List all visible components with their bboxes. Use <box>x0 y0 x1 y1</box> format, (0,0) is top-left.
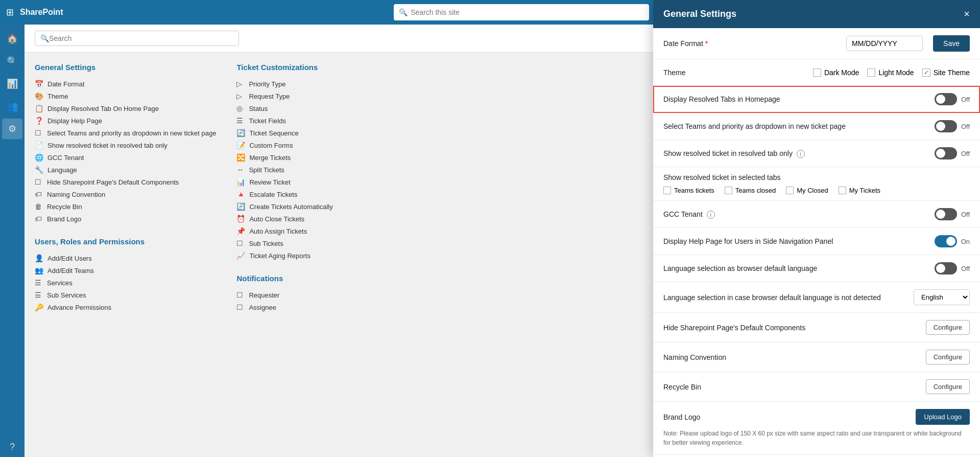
settings-item-naming[interactable]: 🏷 Naming Convention <box>35 188 216 200</box>
display-resolved-toggle-wrap: Off <box>935 93 970 105</box>
my-tickets-checkbox[interactable] <box>839 187 846 194</box>
settings-item-gcc[interactable]: 🌐 GCC Tenant <box>35 151 216 164</box>
settings-item-auto-assign[interactable]: 📌 Auto Assign Tickets <box>236 225 379 237</box>
select-teams-toggle[interactable] <box>935 120 957 132</box>
language-fallback-select[interactable]: English French Spanish German <box>914 289 970 305</box>
settings-item-hide-sharepoint[interactable]: ☐ Hide Sharepoint Page's Default Compone… <box>35 176 216 188</box>
settings-item-review-ticket[interactable]: 📊 Review Ticket <box>236 176 379 188</box>
site-theme-label: Site Theme <box>934 68 970 77</box>
sidebar-icon-settings[interactable]: ⚙ <box>2 119 22 139</box>
settings-item-advance-permissions[interactable]: 🔑 Advance Permissions <box>35 301 216 313</box>
settings-item-assignee[interactable]: ☐ Assignee <box>236 301 379 313</box>
settings-item-auto-close[interactable]: ⏰ Auto Close Tickets <box>236 213 379 225</box>
display-resolved-toggle[interactable] <box>935 93 957 105</box>
checkbox-teams-closed[interactable]: Teams closed <box>725 187 776 194</box>
ticket-sequence-icon: 🔄 <box>236 129 245 137</box>
sidebar-icon-home[interactable]: 🏠 <box>2 29 22 49</box>
left-sidebar: 🏠 🔍 📊 👥 ⚙ ? <box>0 25 25 457</box>
theme-light-mode[interactable]: Light Mode <box>867 68 914 77</box>
top-search-input[interactable] <box>411 8 644 16</box>
settings-item-teams-dropdown[interactable]: ☐ Select Teams and priority as dropdown … <box>35 127 216 139</box>
sidebar-icon-help[interactable]: ? <box>2 437 22 457</box>
settings-item-add-teams[interactable]: 👥 Add/Edit Teams <box>35 264 216 277</box>
gcc-toggle[interactable] <box>935 208 957 220</box>
language-selection-label: Language selection as browser default la… <box>663 264 935 272</box>
settings-item-recycle[interactable]: 🗑 Recycle Bin <box>35 200 216 213</box>
date-format-icon: 📅 <box>35 80 43 88</box>
language-fallback-label: Language selection in case browser defau… <box>663 293 914 302</box>
settings-item-escalate[interactable]: 🔺 Escalate Tickets <box>236 188 379 200</box>
light-mode-checkbox[interactable] <box>867 68 875 77</box>
recycle-bin-configure-btn[interactable]: Configure <box>926 379 970 394</box>
hide-sharepoint-configure-btn[interactable]: Configure <box>926 320 970 335</box>
settings-item-requester[interactable]: ☐ Requester <box>236 289 379 301</box>
priority-type-icon: ▷ <box>236 80 245 88</box>
settings-item-add-users[interactable]: 👤 Add/Edit Users <box>35 252 216 264</box>
sidebar-icon-charts[interactable]: 📊 <box>2 74 22 94</box>
checkbox-teams-tickets[interactable]: Teams tickets <box>663 187 714 194</box>
settings-item-label: Ticket Aging Reports <box>249 252 310 260</box>
settings-item-language[interactable]: 🔧 Language <box>35 164 216 176</box>
show-resolved-toggle[interactable] <box>935 147 957 159</box>
add-users-icon: 👤 <box>35 254 43 262</box>
settings-item-label: Date Format <box>47 80 84 88</box>
main-search-input[interactable] <box>49 34 233 42</box>
settings-item-ticket-fields[interactable]: ☰ Ticket Fields <box>236 115 379 127</box>
settings-item-services[interactable]: ☰ Services <box>35 277 216 289</box>
sidebar-icon-users[interactable]: 👥 <box>2 96 22 117</box>
requester-icon: ☐ <box>236 291 245 299</box>
theme-site-theme[interactable]: Site Theme <box>922 68 970 77</box>
brand-logo-icon: 🏷 <box>35 215 43 223</box>
theme-row: Theme Dark Mode Light Mode Site Theme <box>653 59 980 86</box>
settings-item-merge-tickets[interactable]: 🔀 Merge Tickets <box>236 151 379 164</box>
review-ticket-icon: 📊 <box>236 178 245 186</box>
recycle-icon: 🗑 <box>35 202 43 211</box>
checkbox-my-tickets[interactable]: My Tickets <box>839 187 880 194</box>
settings-item-brand-logo[interactable]: 🏷 Brand Logo <box>35 213 216 225</box>
site-theme-checkbox[interactable] <box>922 68 930 77</box>
settings-item-help-page[interactable]: ❓ Display Help Page <box>35 115 216 127</box>
gcc-toggle-label: Off <box>961 211 970 218</box>
app-grid-icon[interactable]: ⊞ <box>6 7 14 18</box>
settings-item-date-format[interactable]: 📅 Date Format <box>35 78 216 90</box>
settings-item-sub-services[interactable]: ☰ Sub Services <box>35 289 216 301</box>
settings-item-auto-create[interactable]: 🔄 Create Tickets Automatically <box>236 200 379 213</box>
settings-item-ticket-aging[interactable]: 📈 Ticket Aging Reports <box>236 249 379 262</box>
my-closed-checkbox[interactable] <box>786 187 794 194</box>
language-toggle[interactable] <box>935 262 957 275</box>
date-format-label: Date Format * <box>663 39 846 48</box>
settings-item-priority-type[interactable]: ▷ Priority Type <box>236 78 379 90</box>
main-search-bar[interactable]: 🔍 <box>35 31 239 46</box>
panel-close-button[interactable]: × <box>964 8 970 20</box>
settings-item-display-resolved[interactable]: 📋 Display Resolved Tab On Home Page <box>35 102 216 115</box>
settings-item-label: Theme <box>47 93 68 100</box>
settings-item-split-tickets[interactable]: ↔ Split Tickets <box>236 164 379 176</box>
checkbox-my-closed[interactable]: My Closed <box>786 187 828 194</box>
settings-item-custom-forms[interactable]: 📝 Custom Forms <box>236 139 379 151</box>
settings-item-request-type[interactable]: ▷ Request Type <box>236 90 379 102</box>
save-button[interactable]: Save <box>933 35 970 52</box>
dark-mode-checkbox[interactable] <box>813 68 821 77</box>
theme-dark-mode[interactable]: Dark Mode <box>813 68 859 77</box>
top-search-bar[interactable]: 🔍 <box>394 4 649 20</box>
settings-item-ticket-sequence[interactable]: 🔄 Ticket Sequence <box>236 127 379 139</box>
show-resolved-info-icon[interactable]: i <box>797 150 805 158</box>
settings-item-sub-tickets[interactable]: ☐ Sub Tickets <box>236 237 379 249</box>
display-help-row: Display Help Page for Users in Side Navi… <box>653 228 980 255</box>
settings-item-label: Priority Type <box>249 80 285 88</box>
sidebar-icon-search[interactable]: 🔍 <box>2 51 22 72</box>
display-help-toggle[interactable] <box>935 235 957 247</box>
settings-item-label: Display Resolved Tab On Home Page <box>47 105 159 112</box>
teams-closed-checkbox[interactable] <box>725 187 732 194</box>
auto-assign-icon: 📌 <box>236 227 245 235</box>
settings-item-theme[interactable]: 🎨 Theme <box>35 90 216 102</box>
naming-convention-configure-btn[interactable]: Configure <box>926 350 970 364</box>
settings-item-resolved-only[interactable]: 📄 Show resolved ticket in resolved tab o… <box>35 139 216 151</box>
gcc-info-icon[interactable]: i <box>707 211 715 219</box>
settings-item-label: Review Ticket <box>249 178 290 186</box>
language-selection-row: Language selection as browser default la… <box>653 255 980 282</box>
settings-item-status[interactable]: ◎ Status <box>236 102 379 115</box>
teams-tickets-checkbox[interactable] <box>663 187 671 194</box>
date-format-select[interactable]: MM/DD/YYYY DD/MM/YYYY YYYY/MM/DD <box>846 36 923 51</box>
upload-logo-button[interactable]: Upload Logo <box>916 409 970 425</box>
